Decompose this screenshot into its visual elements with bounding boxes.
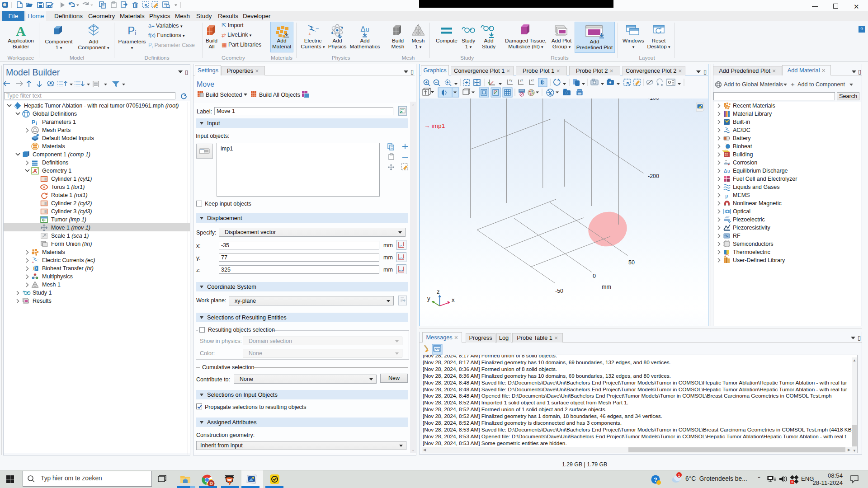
svg-text:1: 1 bbox=[678, 473, 680, 478]
svg-text:Δ: Δ bbox=[724, 168, 727, 174]
svg-text:u: u bbox=[727, 169, 730, 174]
svg-text:6: 6 bbox=[791, 480, 793, 484]
svg-text:D: D bbox=[209, 481, 212, 486]
svg-text:μ: μ bbox=[725, 192, 728, 199]
